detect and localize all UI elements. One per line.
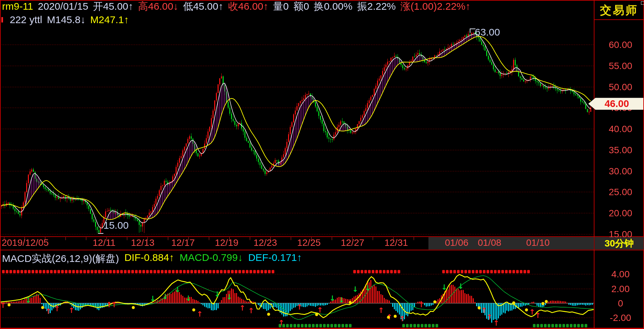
price-tick-label: 50.00 [603,82,638,93]
macd-tick-label: 0 [603,298,638,309]
low-value: 低45.00↑ [183,1,223,12]
macd-tick-label: -2.00 [603,313,638,323]
date-tick-label: 12/19 [215,237,238,248]
price-tick-label: 20.00 [603,208,638,219]
def-value: DEF-0.171↑ [248,252,302,266]
app-logo: 交易师 [595,3,644,19]
amplitude-value: 振2.22% [357,1,396,12]
instrument-symbol[interactable]: rm9-11 [2,1,33,12]
date-tick-label: 2019/12/05 [2,237,49,248]
trademark-icon [641,1,644,5]
ma-legend-bar: 222 yttl M145.8↓ M247.1↑ [1,14,129,25]
change-value: 涨(1.00)2.22%↑ [401,1,470,12]
date-tick-label: 12/11 [93,237,116,248]
macd-header: MACD实战(26,12,9)(解盘) DIF-0.884↑ MACD-0.79… [2,252,302,266]
mini-candle-icon [1,17,3,22]
high-value: 高46.00↓ [138,1,178,12]
date-tick-label: 12/17 [171,237,195,248]
price-macd-chart-canvas[interactable] [0,0,644,329]
ma2-value: M247.1↑ [90,14,129,25]
price-tick-label: 55.00 [603,61,638,71]
date-tick-label: 12/25 [297,237,321,248]
price-tick-label: 30.00 [603,166,638,177]
date-tick-label: 01/06 [445,237,468,248]
high-annotation: 63.00 [475,26,500,38]
open-value: 开45.00↑ [93,1,133,12]
dif-value: DIF-0.884↑ [124,252,174,266]
legend-note: 222 yttl [10,14,42,25]
macd-indicator-title[interactable]: MACD实战(26,12,9)(解盘) [2,252,119,266]
date-tick-label: 12/31 [384,237,408,248]
date-tick-label: 01/08 [478,237,501,248]
price-tick-label: 60.00 [603,40,638,50]
macd-tick-label: 2.00 [603,284,638,294]
app-logo-text: 交易师 [600,4,638,16]
ma1-value: M145.8↓ [47,14,86,25]
date-tick-label: 12/13 [131,237,154,248]
session-date: 2020/01/15 [38,1,88,12]
quote-bar: rm9-11 2020/01/15 开45.00↑ 高46.00↓ 低45.00… [2,1,470,12]
macd-value: MACD-0.799↓ [180,252,243,266]
volume-value: 量0 [273,1,289,12]
price-tick-label: 40.00 [603,124,638,134]
date-tick-label: 12/23 [254,237,277,248]
trading-terminal-window: rm9-11 2020/01/15 开45.00↑ 高46.00↓ 低45.00… [0,0,644,329]
period-selector[interactable]: 30分钟 [595,237,644,250]
date-tick-label: 12/27 [341,237,364,248]
turnover-value: 换0.00% [314,1,353,12]
price-tick-label: 35.00 [603,145,638,156]
price-tick-label: 25.00 [603,187,638,198]
close-value: 收46.00↑ [228,1,268,12]
macd-tick-label: 4.00 [603,269,638,280]
amount-value: 额0 [293,1,309,12]
date-tick-label: 01/10 [526,237,550,248]
last-price-badge: 46.00 [588,98,643,110]
low-annotation: 15.00 [103,220,129,231]
